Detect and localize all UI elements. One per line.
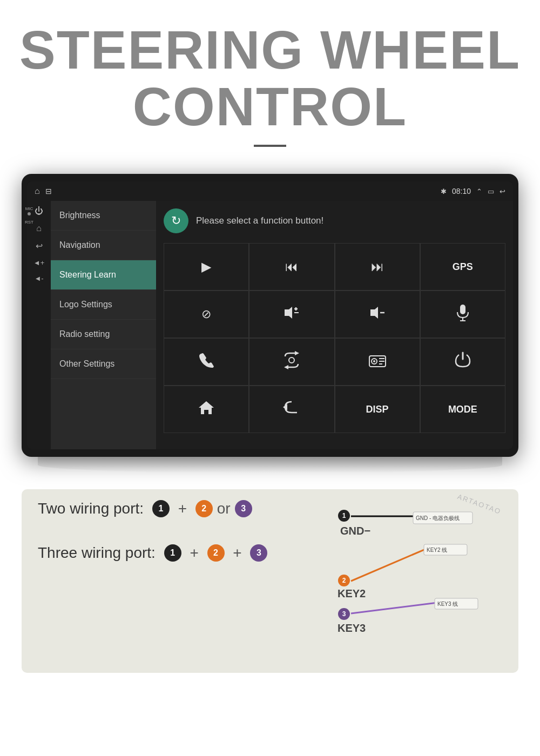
home-icon[interactable]: ⌂ <box>35 186 40 196</box>
menu-item-logo-settings[interactable]: Logo Settings <box>51 290 156 320</box>
home-btn-icon <box>198 399 215 420</box>
mic-btn-icon <box>455 303 470 325</box>
svg-marker-3 <box>370 307 378 319</box>
repeat-icon <box>281 351 302 373</box>
svg-marker-8 <box>295 351 299 355</box>
btn-vol-up[interactable] <box>249 291 334 338</box>
wire-num-2a: 2 <box>195 500 213 517</box>
content-header: ↻ Please select a function button! <box>164 208 505 233</box>
btn-vol-down[interactable] <box>335 291 420 338</box>
prev-icon: ⏮ <box>285 259 298 274</box>
svg-point-13 <box>373 360 375 362</box>
svg-text:GND - 电器负极线: GND - 电器负极线 <box>416 515 460 521</box>
device-reflection <box>38 457 502 473</box>
vol-down-btn-icon <box>367 305 388 324</box>
back-btn-icon <box>282 400 301 419</box>
gnd-label: GND− <box>340 525 370 537</box>
back-sidebar-icon[interactable]: ↩ <box>36 241 43 251</box>
sidebar-icons: ⏻ ⌂ ↩ ◄+ ◄- <box>27 201 51 449</box>
svg-marker-9 <box>284 365 288 369</box>
next-icon: ⏭ <box>371 259 384 274</box>
btn-play[interactable]: ▶ <box>164 243 249 291</box>
btn-radio[interactable] <box>335 338 420 386</box>
watermark: ARTAOTAO <box>456 492 502 516</box>
btn-power[interactable] <box>420 338 505 386</box>
menu-item-navigation[interactable]: Navigation <box>51 231 156 260</box>
wire-num-3a: 3 <box>235 500 252 517</box>
btn-repeat[interactable] <box>249 338 334 386</box>
btn-gps[interactable]: GPS <box>420 243 505 291</box>
vol-down-icon[interactable]: ◄- <box>34 274 43 282</box>
wiring-section: Two wiring port: 1 + 2 or 3 Three wiring… <box>0 473 540 673</box>
recent-icon[interactable]: ⊟ <box>45 187 52 195</box>
svg-rect-25 <box>424 544 467 555</box>
svg-marker-17 <box>199 401 214 414</box>
wire-num-1a: 1 <box>152 500 170 517</box>
vol-up-icon[interactable]: ◄+ <box>33 259 44 267</box>
btn-mode[interactable]: MODE <box>420 386 505 433</box>
three-wiring-label: Three wiring port: <box>38 544 160 562</box>
time-display: 08:10 <box>452 187 471 195</box>
title-divider <box>254 145 286 147</box>
mic-label: MIC <box>25 206 33 211</box>
bluetooth-icon: ✱ <box>441 187 447 195</box>
wire-num-2b: 2 <box>207 544 225 562</box>
gps-label: GPS <box>453 261 473 273</box>
back-icon[interactable]: ↩ <box>500 187 505 195</box>
btn-home[interactable] <box>164 386 249 433</box>
signal-icon: ⌃ <box>476 187 482 195</box>
title-section: STEERING WHEEL CONTROL <box>0 0 540 168</box>
svg-point-10 <box>289 357 294 363</box>
main-area: ⏻ ⌂ ↩ ◄+ ◄- Brightness Navigation Steeri… <box>27 201 513 449</box>
rst-label: RST <box>25 220 33 225</box>
svg-line-22 <box>351 603 437 613</box>
menu-item-other-settings[interactable]: Other Settings <box>51 349 156 379</box>
mode-label: MODE <box>448 404 477 415</box>
content-prompt: Please select a function button! <box>196 215 323 226</box>
btn-mute[interactable]: ⊘ <box>164 291 249 338</box>
wire-diagram: GND - 电器负极线 KEY2 线 KEY3 线 1 2 3 GND− KEY… <box>308 495 502 657</box>
radio-icon <box>367 352 388 372</box>
svg-line-21 <box>351 549 427 581</box>
btn-next[interactable]: ⏭ <box>335 243 420 291</box>
svg-rect-5 <box>460 305 465 314</box>
power-btn-icon <box>455 352 471 372</box>
status-bar: ⌂ ⊟ ✱ 08:10 ⌃ ▭ ↩ <box>27 181 513 201</box>
btn-back[interactable] <box>249 386 334 433</box>
function-grid: ▶ ⏮ ⏭ GPS ⊘ <box>164 243 505 433</box>
disp-label: DISP <box>366 404 389 415</box>
vol-up-btn-icon <box>281 305 302 324</box>
status-left: ⌂ ⊟ <box>35 186 52 196</box>
svg-rect-23 <box>413 512 473 524</box>
wire-num-1b: 1 <box>164 544 181 562</box>
mute-icon: ⊘ <box>201 307 211 321</box>
btn-disp[interactable]: DISP <box>335 386 420 433</box>
key3-label: KEY3 <box>338 622 366 634</box>
device-frame: MIC RST ⌂ ⊟ ✱ 08:10 ⌃ ▭ ↩ ⏻ ⌂ ↩ <box>22 174 518 457</box>
phone-icon <box>198 352 214 372</box>
power-icon[interactable]: ⏻ <box>35 206 43 216</box>
main-title-line1: STEERING WHEEL CONTROL <box>11 22 529 135</box>
btn-phone[interactable] <box>164 338 249 386</box>
screen: ⌂ ⊟ ✱ 08:10 ⌃ ▭ ↩ ⏻ ⌂ ↩ ◄+ ◄- <box>27 181 513 449</box>
key2-label: KEY2 <box>338 588 366 600</box>
content-panel: ↻ Please select a function button! ▶ ⏮ ⏭ <box>156 201 513 449</box>
btn-prev[interactable]: ⏮ <box>249 243 334 291</box>
btn-mic[interactable] <box>420 291 505 338</box>
svg-rect-27 <box>435 598 478 609</box>
window-icon: ▭ <box>488 187 494 195</box>
home-sidebar-icon[interactable]: ⌂ <box>36 224 42 233</box>
two-wiring-label: Two wiring port: <box>38 500 148 517</box>
menu-item-radio-setting[interactable]: Radio setting <box>51 320 156 349</box>
menu-panel: Brightness Navigation Steering Learn Log… <box>51 201 156 449</box>
menu-item-brightness[interactable]: Brightness <box>51 201 156 231</box>
wire-num-3b: 3 <box>250 544 267 562</box>
menu-item-steering-learn[interactable]: Steering Learn <box>51 260 156 290</box>
svg-text:KEY3 线: KEY3 线 <box>437 601 458 607</box>
play-icon: ▶ <box>201 259 211 274</box>
wiring-background: Two wiring port: 1 + 2 or 3 Three wiring… <box>22 489 518 673</box>
mic-indicator <box>28 212 31 215</box>
refresh-button[interactable]: ↻ <box>164 208 188 233</box>
svg-text:KEY2 线: KEY2 线 <box>427 547 447 553</box>
status-right: ✱ 08:10 ⌃ ▭ ↩ <box>441 187 505 195</box>
